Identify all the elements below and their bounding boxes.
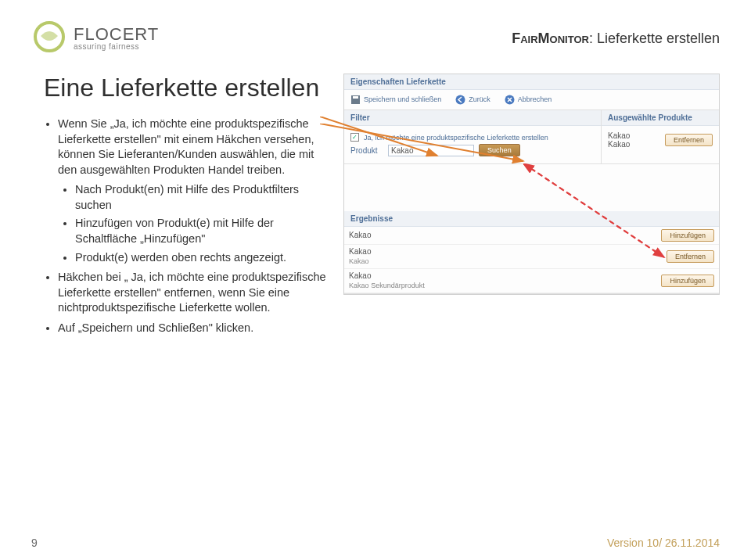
product-label: Produkt	[350, 146, 383, 155]
bullet-1-2: Hinzufügen von Produkt(e) mit Hilfe der …	[75, 216, 328, 246]
cancel-button[interactable]: Abbrechen	[505, 95, 552, 105]
product-specific-checkbox[interactable]: ✓	[350, 133, 359, 142]
cancel-icon	[505, 95, 515, 105]
remove-button[interactable]: Entfernen	[665, 134, 713, 146]
product-input[interactable]: Kakao	[388, 145, 474, 156]
selected-products-header: Ausgewählte Produkte	[602, 110, 719, 126]
bullet-1: Wenn Sie „Ja, ich möchte eine produktspe…	[58, 117, 328, 265]
logo: FLOCERT assuring fairness	[31, 19, 159, 58]
page-header: FLOCERT assuring fairness FairMonitor: L…	[0, 0, 751, 66]
page-number: 9	[31, 537, 38, 549]
back-button[interactable]: Zurück	[455, 95, 490, 105]
logo-name: FLOCERT	[74, 26, 159, 43]
logo-icon	[31, 19, 67, 58]
doc-title: FairMonitor: Lieferkette erstellen	[512, 31, 720, 47]
result-row: KakaoKakao Entfernen	[344, 245, 719, 269]
version-label: Version 10/ 26.11.2014	[607, 537, 720, 549]
back-arrow-icon	[455, 95, 465, 105]
save-close-button[interactable]: Speichern und schließen	[350, 95, 441, 105]
page-title: Eine Lieferkette erstellen	[44, 74, 328, 102]
bullet-1-1: Nach Produkt(en) mit Hilfe des Produktfi…	[75, 182, 328, 213]
logo-tagline: assuring fairness	[74, 43, 159, 51]
bullet-2: Häkchen bei „ Ja, ich möchte eine produk…	[58, 270, 328, 316]
result-row: Kakao Hinzufügen	[344, 227, 719, 245]
save-icon	[350, 95, 361, 105]
instructions-column: Eine Lieferkette erstellen Wenn Sie „Ja,…	[44, 74, 328, 340]
search-button[interactable]: Suchen	[479, 144, 520, 156]
add-button[interactable]: Hinzufügen	[661, 275, 714, 287]
filter-header: Filter	[344, 110, 601, 126]
add-button[interactable]: Hinzufügen	[661, 229, 714, 242]
screenshot-column: Eigenschaften Lieferkette Speichern und …	[343, 74, 720, 340]
results-header: Ergebnisse	[344, 211, 719, 227]
svg-point-3	[456, 95, 465, 105]
embedded-screenshot: Eigenschaften Lieferkette Speichern und …	[343, 74, 720, 295]
remove-button[interactable]: Entfernen	[667, 250, 714, 263]
bullet-1-3: Produkt(e) werden oben rechts angezeigt.	[75, 250, 328, 266]
result-row: KakaoKakao Sekundärprodukt Hinzufügen	[344, 269, 719, 293]
selected-product-list: Kakao Kakao	[608, 131, 630, 149]
page-footer: 9 Version 10/ 26.11.2014	[0, 537, 751, 549]
bullet-3: Auf „Speichern und Schließen" klicken.	[58, 321, 328, 336]
checkbox-label: Ja, ich möchte eine produktspezifische L…	[364, 134, 548, 142]
section-properties: Eigenschaften Lieferkette	[344, 74, 719, 90]
svg-rect-2	[353, 96, 358, 99]
